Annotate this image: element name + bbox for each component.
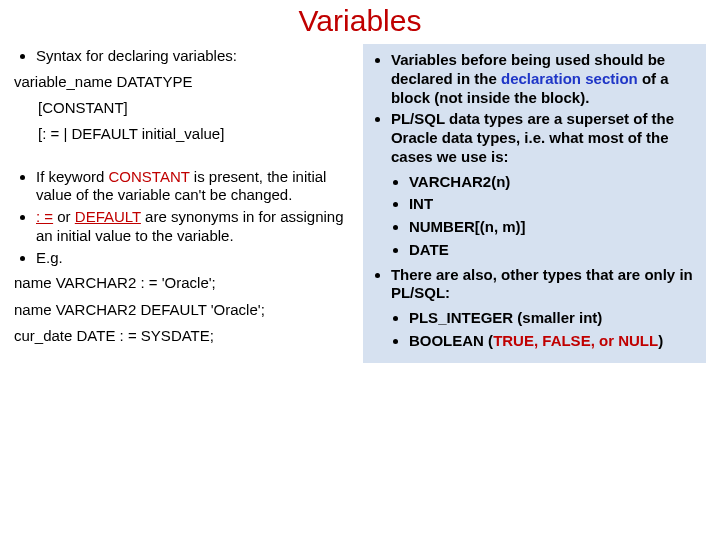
right-bullet-plsql-only: There are also, other types that are onl… xyxy=(391,266,700,304)
syntax-line-3: [: = | DEFAULT initial_value] xyxy=(38,124,357,144)
two-column-layout: Syntax for declaring variables: variable… xyxy=(14,44,706,363)
slide: Variables Syntax for declaring variables… xyxy=(0,4,720,540)
syntax-line-1: variable_name DATATYPE xyxy=(14,72,357,92)
type-int: INT xyxy=(409,195,700,214)
text-fragment: BOOLEAN ( xyxy=(409,332,493,349)
left-bullet-constant: If keyword CONSTANT is present, the init… xyxy=(36,168,357,206)
emphasis-declaration-section: declaration section xyxy=(501,70,638,87)
left-column: Syntax for declaring variables: variable… xyxy=(14,44,357,363)
type-boolean: BOOLEAN (TRUE, FALSE, or NULL) xyxy=(409,332,700,351)
text-fragment: If keyword xyxy=(36,168,109,185)
example-line-1: name VARCHAR2 : = 'Oracle'; xyxy=(14,273,357,293)
right-bullet-superset: PL/SQL data types are a superset of the … xyxy=(391,110,700,166)
example-line-3: cur_date DATE : = SYSDATE; xyxy=(14,326,357,346)
left-bullet-eg: E.g. xyxy=(36,249,357,268)
type-date: DATE xyxy=(409,241,700,260)
right-column: Variables before being used should be de… xyxy=(363,44,706,363)
keyword-default: DEFAULT xyxy=(75,208,141,225)
text-fragment: ) xyxy=(658,332,663,349)
right-bullet-declare: Variables before being used should be de… xyxy=(391,51,700,107)
type-varchar2: VARCHAR2(n) xyxy=(409,173,700,192)
keyword-constant: CONSTANT xyxy=(109,168,190,185)
keyword-assign: : = xyxy=(36,208,53,225)
left-bullet-default: : = or DEFAULT are synonyms in for assig… xyxy=(36,208,357,246)
left-bullet-syntax-intro: Syntax for declaring variables: xyxy=(36,47,357,66)
boolean-values: TRUE, FALSE, or NULL xyxy=(493,332,658,349)
example-line-2: name VARCHAR2 DEFAULT 'Oracle'; xyxy=(14,300,357,320)
type-number: NUMBER[(n, m)] xyxy=(409,218,700,237)
text-fragment: or xyxy=(53,208,75,225)
type-pls-integer: PLS_INTEGER (smaller int) xyxy=(409,309,700,328)
syntax-line-2: [CONSTANT] xyxy=(38,98,357,118)
slide-title: Variables xyxy=(14,4,706,38)
